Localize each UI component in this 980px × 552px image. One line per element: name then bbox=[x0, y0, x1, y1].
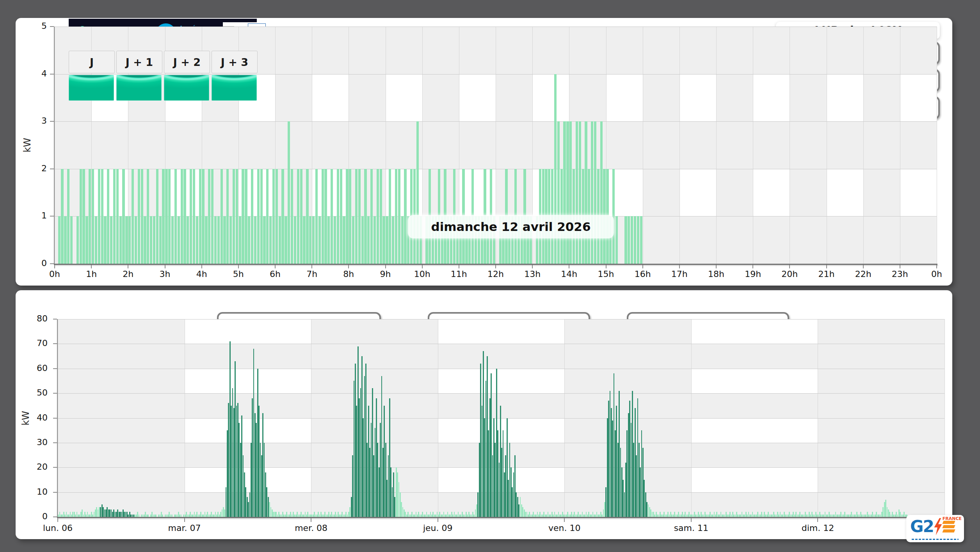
week-power-bar bbox=[432, 512, 434, 517]
week-power-bar bbox=[66, 512, 67, 517]
plot-background-cell bbox=[438, 319, 565, 344]
ecowatt-forecast-thumbnail-2[interactable] bbox=[164, 75, 209, 101]
plot-background-cell bbox=[606, 27, 643, 74]
week-power-bar bbox=[222, 509, 223, 517]
ecowatt-forecast-thumbnail-0[interactable] bbox=[69, 75, 114, 101]
ecowatt-forecast-thumbnail-3[interactable] bbox=[212, 75, 257, 101]
week-power-bar bbox=[254, 413, 256, 517]
plot-background-cell bbox=[438, 393, 565, 418]
week-x-tick-label: jeu. 09 bbox=[414, 523, 461, 533]
week-power-bar bbox=[825, 512, 826, 517]
week-power-bar bbox=[314, 512, 315, 517]
ecowatt-day-button-1[interactable]: J + 1 bbox=[116, 51, 162, 73]
day-x-tickmark bbox=[863, 265, 864, 268]
week-power-bar bbox=[648, 504, 649, 517]
plot-background-cell bbox=[679, 169, 717, 217]
week-power-bar bbox=[266, 487, 267, 517]
day-power-bar bbox=[355, 169, 357, 264]
day-x-tick-label: 17h bbox=[664, 269, 695, 279]
day-power-bar bbox=[58, 216, 60, 264]
week-power-bar bbox=[276, 512, 277, 517]
week-power-bar bbox=[670, 512, 671, 517]
plot-background-cell bbox=[716, 27, 753, 74]
week-power-bar bbox=[477, 492, 478, 517]
day-x-tickmark bbox=[789, 265, 790, 268]
day-power-bar bbox=[150, 216, 152, 264]
week-power-bar bbox=[91, 512, 92, 517]
day-power-bar bbox=[168, 169, 171, 264]
week-power-bar bbox=[107, 507, 108, 517]
day-power-bar bbox=[202, 169, 204, 264]
ecowatt-day-button-0[interactable]: J bbox=[69, 51, 115, 73]
week-power-bar bbox=[685, 512, 686, 517]
g2e-logo-card: G2 FRANCE bbox=[906, 515, 964, 542]
week-power-bar bbox=[394, 497, 395, 517]
week-power-bar bbox=[507, 418, 508, 517]
day-y-tickmark bbox=[50, 263, 54, 264]
week-x-tickmark bbox=[691, 518, 692, 522]
ecowatt-forecast-thumbnail-1[interactable] bbox=[116, 75, 162, 101]
plot-background-cell bbox=[275, 121, 312, 169]
vertical-gridline bbox=[790, 27, 790, 264]
week-power-bar bbox=[215, 512, 216, 517]
plot-background-cell bbox=[606, 169, 643, 217]
week-power-bar bbox=[324, 512, 325, 517]
week-power-bar bbox=[501, 448, 502, 517]
week-power-bar bbox=[389, 398, 390, 517]
week-power-bar bbox=[161, 512, 162, 517]
week-power-bar bbox=[881, 512, 882, 517]
day-power-bar bbox=[82, 169, 85, 264]
day-x-tick-label: 0h bbox=[921, 269, 952, 279]
week-power-bar bbox=[365, 364, 366, 517]
week-power-bar bbox=[194, 512, 195, 517]
week-power-bar bbox=[736, 512, 737, 517]
week-power-bar bbox=[574, 512, 575, 517]
week-power-bar bbox=[462, 512, 463, 517]
plot-background-cell bbox=[900, 74, 937, 122]
plot-background-cell bbox=[128, 121, 165, 169]
week-power-bar bbox=[608, 401, 609, 517]
day-x-tickmark bbox=[422, 265, 423, 268]
week-power-bar bbox=[616, 406, 617, 517]
plot-background-cell bbox=[900, 169, 937, 217]
plot-background-cell bbox=[790, 74, 827, 122]
day-power-bar bbox=[162, 169, 164, 264]
week-x-tick-label: sam. 11 bbox=[668, 523, 715, 533]
day-y-tickmark bbox=[50, 121, 54, 122]
vertical-gridline bbox=[679, 27, 680, 264]
week-power-bar bbox=[777, 512, 778, 517]
week-power-bar bbox=[614, 373, 615, 517]
week-power-bar bbox=[430, 512, 431, 517]
day-power-bar bbox=[156, 169, 158, 264]
week-power-bar bbox=[251, 443, 252, 517]
day-power-bar bbox=[294, 216, 296, 264]
week-power-bar bbox=[328, 512, 329, 517]
day-power-bar bbox=[196, 216, 198, 264]
day-power-bar bbox=[386, 216, 388, 264]
plot-background-cell bbox=[643, 74, 680, 122]
week-power-bar bbox=[578, 512, 579, 517]
week-power-bar bbox=[468, 512, 470, 517]
week-power-bar bbox=[262, 413, 263, 517]
week-power-bar bbox=[369, 448, 370, 517]
week-power-bar bbox=[386, 480, 388, 517]
week-y-tick-label: 70 bbox=[25, 338, 48, 348]
week-power-bar bbox=[368, 406, 369, 517]
day-x-tick-label: 18h bbox=[701, 269, 732, 279]
ecowatt-day-button-3[interactable]: J + 3 bbox=[212, 51, 258, 73]
week-y-tick-label: 60 bbox=[25, 363, 48, 373]
week-power-bar bbox=[237, 403, 238, 517]
week-power-bar bbox=[74, 512, 75, 517]
week-power-bar bbox=[571, 512, 572, 517]
day-y-tick-label: 5 bbox=[24, 21, 47, 31]
day-x-tick-label: 2h bbox=[112, 269, 144, 279]
g2e-logo-text: G2 bbox=[910, 518, 934, 535]
week-power-bar bbox=[720, 512, 722, 517]
day-power-bar bbox=[309, 216, 311, 264]
week-x-tick-label: mar. 07 bbox=[161, 523, 208, 533]
week-power-bar bbox=[384, 406, 385, 517]
ecowatt-day-button-2[interactable]: J + 2 bbox=[164, 51, 210, 73]
week-power-bar bbox=[652, 512, 653, 517]
week-power-bar bbox=[258, 406, 260, 517]
week-power-bar bbox=[752, 512, 753, 517]
